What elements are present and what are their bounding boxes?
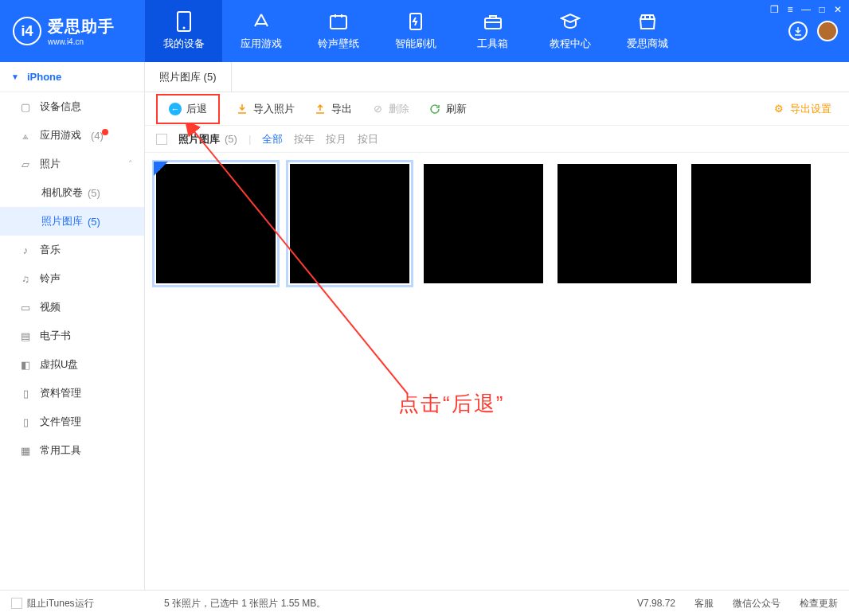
filter-bar: 照片图库 (5) | 全部 按年 按月 按日 (145, 126, 849, 153)
nav-label: 我的设备 (163, 37, 205, 51)
tutorial-icon (560, 11, 581, 32)
device-name: iPhone (27, 71, 61, 83)
nav-label: 智能刷机 (395, 37, 436, 51)
device-title[interactable]: ▼ iPhone (0, 62, 144, 92)
main: 照片图库 (5) ← 后退 导入照片 导出 ⊘ 删除 (145, 62, 849, 590)
sidebar-item-udisk[interactable]: ◧ 虚拟U盘 (0, 350, 144, 379)
statusbar: 阻止iTunes运行 5 张照片，已选中 1 张照片 1.55 MB。 V7.9… (0, 590, 849, 616)
sidebar-item-label: 音乐 (40, 243, 61, 257)
photo-icon: ▱ (19, 158, 32, 170)
sidebar-item-label: 设备信息 (40, 99, 81, 114)
photo-thumb[interactable] (424, 164, 543, 283)
nav-tutorial[interactable]: 教程中心 (531, 0, 608, 62)
refresh-button[interactable]: 刷新 (422, 99, 473, 119)
nav-label: 工具箱 (477, 37, 508, 51)
logo-icon: i4 (13, 17, 41, 45)
nav-label: 教程中心 (550, 37, 591, 51)
sidebar-item-ebook[interactable]: ▤ 电子书 (0, 322, 144, 350)
photo-thumb[interactable] (558, 164, 677, 283)
export-settings-button[interactable]: ⚙ 导出设置 (766, 99, 838, 119)
window-controls: ❐ ≡ — □ ✕ (768, 3, 844, 16)
photo-grid: ✓ (145, 153, 849, 294)
wechat-link[interactable]: 微信公众号 (733, 597, 781, 610)
sidebar-item-files[interactable]: ▯ 文件管理 (0, 407, 144, 436)
support-link[interactable]: 客服 (694, 597, 714, 610)
export-button[interactable]: 导出 (307, 99, 358, 119)
filter-count: (5) (225, 133, 237, 145)
logo-title: 爱思助手 (48, 16, 115, 37)
pin-icon[interactable]: ❐ (768, 3, 781, 16)
maximize-icon[interactable]: □ (816, 3, 828, 16)
sidebar-item-data[interactable]: ▯ 资料管理 (0, 379, 144, 407)
sidebar-item-label: 电子书 (40, 329, 71, 343)
music-icon: ♪ (19, 244, 32, 256)
sidebar-item-label: 照片图库 (41, 214, 83, 228)
video-icon: ▭ (19, 302, 32, 314)
nav-label: 应用游戏 (241, 37, 282, 51)
back-button[interactable]: ← 后退 (156, 94, 220, 124)
top-nav: 我的设备 应用游戏 铃声壁纸 智能刷机 工具箱 (145, 0, 788, 62)
badge-dot (102, 129, 108, 135)
device-info-icon: ▢ (19, 101, 32, 113)
file-icon: ▯ (19, 416, 32, 428)
nav-label: 爱思商城 (627, 37, 668, 51)
avatar[interactable] (817, 21, 838, 41)
import-button[interactable]: 导入照片 (229, 99, 301, 119)
sidebar-sub-camera-roll[interactable]: 相机胶卷 (5) (0, 178, 144, 207)
photo-thumb[interactable] (691, 164, 811, 283)
check-update-link[interactable]: 检查更新 (800, 597, 838, 610)
header: i4 爱思助手 www.i4.cn 我的设备 应用游戏 铃声壁纸 (0, 0, 849, 62)
sidebar-item-label: 常用工具 (40, 443, 81, 458)
sidebar-item-photos[interactable]: ▱ 照片 ˄ (0, 150, 144, 178)
nav-wallpaper[interactable]: 铃声壁纸 (299, 0, 377, 62)
gear-icon: ⚙ (773, 103, 785, 115)
block-itunes-checkbox[interactable] (11, 598, 22, 609)
select-all-checkbox[interactable] (156, 134, 167, 145)
back-label: 后退 (186, 102, 207, 116)
sidebar-item-label: 虚拟U盘 (40, 357, 78, 372)
toolbox-icon (483, 11, 503, 32)
block-itunes-label: 阻止iTunes运行 (27, 597, 94, 610)
apps-icon: ⟁ (19, 130, 32, 142)
nav-apps[interactable]: 应用游戏 (222, 0, 299, 62)
tool-label: 导入照片 (253, 102, 295, 116)
tab-photo-library[interactable]: 照片图库 (5) (145, 62, 232, 92)
folder-icon: ▯ (19, 388, 32, 400)
refresh-icon (428, 103, 441, 115)
flash-icon (407, 11, 424, 32)
grid-icon: ▦ (19, 445, 32, 457)
nav-store[interactable]: 爱思商城 (608, 0, 686, 62)
chevron-down-icon: ▼ (11, 72, 19, 81)
sidebar-item-video[interactable]: ▭ 视频 (0, 293, 144, 322)
tab-bar: 照片图库 (5) (145, 62, 849, 92)
back-arrow-icon: ← (169, 103, 182, 115)
sidebar-item-label: 铃声 (40, 271, 61, 286)
minimize-icon[interactable]: — (800, 3, 812, 16)
usb-icon: ◧ (19, 359, 32, 371)
nav-my-device[interactable]: 我的设备 (145, 0, 222, 62)
filter-month[interactable]: 按月 (326, 132, 346, 146)
nav-flash[interactable]: 智能刷机 (377, 0, 454, 62)
sidebar-item-ringtone[interactable]: ♫ 铃声 (0, 264, 144, 293)
tool-label: 删除 (389, 102, 409, 116)
export-icon (314, 103, 327, 115)
sidebar-item-tools[interactable]: ▦ 常用工具 (0, 436, 144, 465)
delete-button: ⊘ 删除 (365, 99, 416, 119)
logo-url: www.i4.cn (48, 37, 115, 46)
menu-icon[interactable]: ≡ (784, 3, 796, 16)
store-icon (638, 11, 657, 32)
sidebar-item-music[interactable]: ♪ 音乐 (0, 236, 144, 264)
download-icon[interactable] (788, 21, 808, 41)
close-icon[interactable]: ✕ (831, 3, 844, 16)
photo-thumb[interactable] (290, 164, 409, 283)
filter-day[interactable]: 按日 (358, 132, 378, 146)
sidebar-item-info[interactable]: ▢ 设备信息 (0, 92, 144, 121)
filter-all[interactable]: 全部 (262, 132, 283, 146)
sidebar-sub-photo-library[interactable]: 照片图库 (5) (0, 207, 144, 236)
photo-thumb[interactable]: ✓ (156, 164, 276, 283)
phone-icon (177, 11, 191, 32)
filter-year[interactable]: 按年 (294, 132, 315, 146)
nav-toolbox[interactable]: 工具箱 (454, 0, 531, 62)
sidebar-item-label: 应用游戏 (40, 128, 81, 142)
sidebar-item-apps[interactable]: ⟁ 应用游戏 (4) (0, 121, 144, 150)
